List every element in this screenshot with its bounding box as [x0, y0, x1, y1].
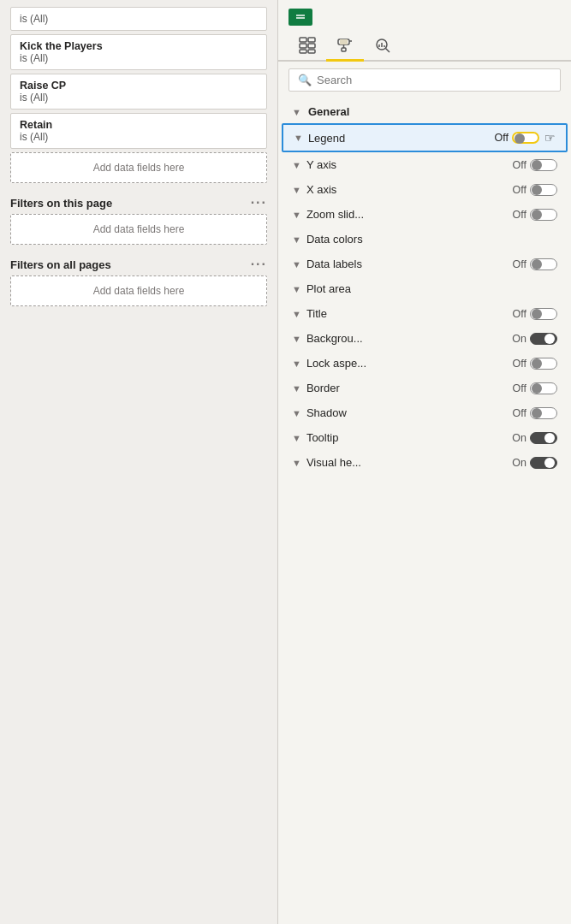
search-input[interactable] [317, 74, 551, 86]
visual-header-toggle-text: On [508, 457, 526, 469]
background-toggle-text: On [508, 333, 526, 345]
title-label: Title [306, 307, 508, 320]
filter-name: Retain [20, 119, 258, 131]
background-label: Backgrou... [306, 332, 508, 345]
format-row-visual-header[interactable]: ▼ Visual he... On [278, 450, 571, 475]
x-axis-toggle[interactable] [530, 184, 557, 196]
tooltip-toggle-area: On [508, 432, 557, 444]
y-axis-chevron: ▼ [292, 160, 301, 170]
filter-name: Kick the Players [20, 40, 258, 52]
add-data-fields-all-pages[interactable]: Add data fields here [10, 275, 267, 306]
x-axis-label: X axis [306, 183, 508, 196]
zoom-slider-chevron: ▼ [292, 210, 301, 220]
zoom-slider-label: Zoom slid... [306, 208, 508, 221]
tooltip-toggle[interactable] [530, 432, 557, 444]
zoom-slider-toggle[interactable] [530, 209, 557, 221]
legend-toggle[interactable] [512, 132, 539, 144]
filters-this-page-label: Filters on this page [10, 197, 112, 210]
format-row-data-colors[interactable]: ▼ Data colors [278, 227, 571, 252]
format-row-plot-area[interactable]: ▼ Plot area [278, 276, 571, 301]
format-row-title[interactable]: ▼ Title Off [278, 301, 571, 326]
filters-all-pages-menu[interactable]: ··· [251, 257, 267, 272]
lock-aspect-label: Lock aspe... [306, 357, 508, 370]
cursor-hand-icon: ☞ [544, 131, 556, 145]
shadow-knob [532, 408, 542, 418]
format-row-background[interactable]: ▼ Backgrou... On [278, 326, 571, 351]
add-data-fields-this-page[interactable]: Add data fields here [10, 214, 267, 245]
data-labels-toggle[interactable] [530, 258, 557, 270]
border-toggle-area: Off [508, 382, 557, 394]
visual-header-toggle-area: On [508, 457, 557, 469]
green-toolbar-button[interactable] [288, 9, 312, 26]
svg-rect-6 [308, 44, 315, 48]
filter-value: is (All) [20, 52, 258, 64]
data-labels-toggle-text: Off [508, 258, 526, 270]
lock-aspect-toggle-area: Off [508, 358, 557, 370]
svg-rect-7 [300, 50, 306, 53]
format-row-y-axis[interactable]: ▼ Y axis Off [278, 152, 571, 177]
title-knob [532, 309, 542, 319]
svg-rect-10 [340, 39, 348, 44]
border-toggle[interactable] [530, 382, 557, 394]
y-axis-toggle[interactable] [530, 159, 557, 171]
filter-item[interactable]: is (All) [10, 7, 267, 31]
y-axis-toggle-text: Off [508, 159, 526, 171]
tooltip-chevron: ▼ [292, 433, 301, 443]
data-labels-knob [532, 259, 542, 270]
format-row-data-labels[interactable]: ▼ Data labels Off [278, 252, 571, 276]
format-tab[interactable] [326, 31, 364, 62]
format-row-legend[interactable]: ▼ Legend Off ☞ [282, 123, 568, 152]
tooltip-knob [544, 433, 555, 443]
filter-item-kick[interactable]: Kick the Players is (All) [10, 34, 267, 70]
format-row-x-axis[interactable]: ▼ X axis Off [278, 177, 571, 202]
y-axis-knob [532, 160, 542, 170]
title-toggle[interactable] [530, 308, 557, 320]
background-toggle[interactable] [530, 333, 557, 345]
filter-item-raise[interactable]: Raise CP is (All) [10, 74, 267, 110]
filter-value: is (All) [20, 131, 258, 143]
border-chevron: ▼ [292, 383, 301, 394]
analytics-tab[interactable] [364, 31, 401, 62]
filter-value: is (All) [20, 92, 258, 104]
plot-area-chevron: ▼ [292, 284, 301, 294]
lock-aspect-chevron: ▼ [292, 358, 301, 369]
x-axis-toggle-area: Off [508, 184, 557, 196]
data-colors-chevron: ▼ [292, 234, 301, 245]
legend-chevron: ▼ [294, 133, 303, 143]
border-knob [532, 383, 542, 394]
legend-label: Legend [308, 132, 490, 145]
add-data-fields-top[interactable]: Add data fields here [10, 152, 267, 183]
left-filter-panel: is (All) Kick the Players is (All) Raise… [0, 0, 278, 924]
y-axis-toggle-area: Off [508, 159, 557, 171]
filters-this-page-menu[interactable]: ··· [251, 195, 267, 210]
legend-toggle-area: Off ☞ [490, 131, 556, 145]
filters-all-pages-label: Filters on all pages [10, 258, 111, 271]
filter-item-retain[interactable]: Retain is (All) [10, 113, 267, 149]
format-toolbar [278, 31, 571, 62]
format-row-tooltip[interactable]: ▼ Tooltip On [278, 425, 571, 450]
lock-aspect-knob [532, 358, 542, 369]
svg-rect-8 [308, 50, 315, 53]
visual-header-chevron: ▼ [292, 458, 301, 468]
search-box[interactable]: 🔍 [288, 68, 561, 92]
shadow-toggle-area: Off [508, 407, 557, 419]
search-icon: 🔍 [298, 74, 312, 86]
svg-rect-12 [342, 48, 346, 51]
format-list: ▼ General ▼ Legend Off ☞ ▼ Y axis Off [278, 98, 571, 924]
fields-tab[interactable] [288, 31, 326, 62]
format-row-lock-aspect[interactable]: ▼ Lock aspe... Off [278, 351, 571, 376]
toolbar-top [278, 0, 571, 31]
lock-aspect-toggle-text: Off [508, 358, 526, 370]
svg-rect-4 [300, 44, 306, 48]
shadow-label: Shadow [306, 406, 508, 419]
visual-header-knob [544, 458, 555, 468]
svg-line-15 [386, 49, 390, 53]
format-row-border[interactable]: ▼ Border Off [278, 376, 571, 400]
visual-header-toggle[interactable] [530, 457, 557, 469]
shadow-toggle[interactable] [530, 407, 557, 419]
lock-aspect-toggle[interactable] [530, 358, 557, 370]
format-row-zoom-slider[interactable]: ▼ Zoom slid... Off [278, 202, 571, 227]
background-knob [544, 334, 555, 344]
format-row-shadow[interactable]: ▼ Shadow Off [278, 400, 571, 425]
svg-rect-3 [300, 38, 306, 42]
